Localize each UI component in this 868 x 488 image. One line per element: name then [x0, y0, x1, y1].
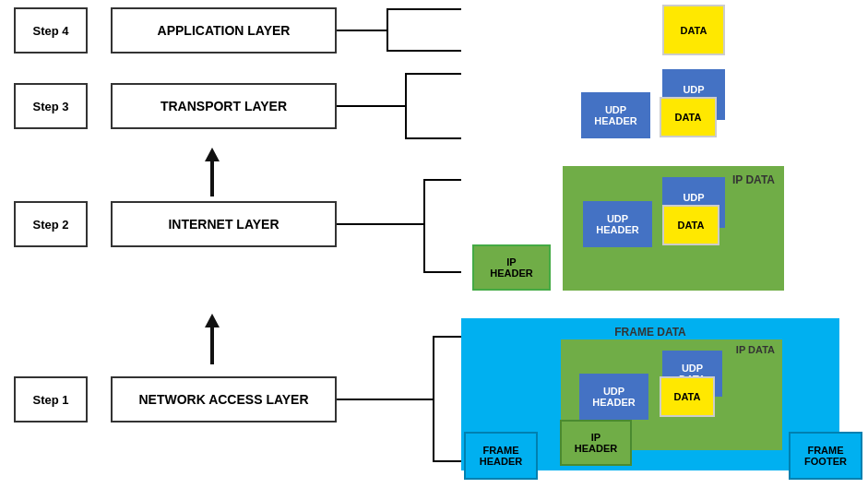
frame-ip-data-label: IP DATA [736, 344, 775, 355]
frame-footer-block: FRAMEFOOTER [789, 432, 862, 480]
internet-data-label: DATA [678, 220, 705, 231]
step3-label: Step 3 [32, 100, 68, 113]
app-layer-label: APPLICATION LAYER [158, 23, 291, 38]
frame-udp-header-block: UDPHEADER [579, 374, 648, 420]
transport-layer-label: TRANSPORT LAYER [161, 99, 287, 113]
internet-udp-header-label: UDPHEADER [596, 213, 638, 235]
frame-data-yellow-label: DATA [674, 391, 701, 402]
frame-ip-header-block: IPHEADER [560, 420, 632, 466]
transport-layer-box: TRANSPORT LAYER [111, 83, 337, 129]
frame-footer-label: FRAMEFOOTER [804, 445, 847, 467]
svg-marker-4 [205, 148, 220, 161]
step1-box: Step 1 [14, 376, 88, 423]
frame-header-block: FRAMEHEADER [464, 432, 538, 480]
internet-layer-box: INTERNET LAYER [111, 201, 337, 247]
step3-box: Step 3 [14, 83, 88, 129]
internet-udp-header-block: UDPHEADER [583, 201, 652, 247]
frame-header-label: FRAMEHEADER [480, 445, 522, 467]
internet-data-block: DATA [662, 205, 719, 245]
internet-layer-label: INTERNET LAYER [168, 217, 279, 232]
frame-data-label: FRAME DATA [614, 326, 686, 339]
app-data-label: DATA [681, 25, 707, 36]
svg-rect-5 [210, 161, 214, 196]
frame-data-yellow-block: DATA [660, 376, 715, 417]
svg-rect-7 [210, 327, 214, 364]
transport-udp-header-block: UDPHEADER [581, 92, 650, 138]
frame-udp-header-label: UDPHEADER [592, 386, 635, 408]
step4-box: Step 4 [14, 7, 88, 54]
app-layer-box: APPLICATION LAYER [111, 7, 337, 54]
app-data-block: DATA [662, 5, 725, 55]
step2-box: Step 2 [14, 201, 88, 247]
transport-data-block: DATA [660, 97, 717, 137]
frame-ip-header-label: IPHEADER [575, 432, 617, 454]
network-layer-box: NETWORK ACCESS LAYER [111, 376, 337, 423]
network-layer-label: NETWORK ACCESS LAYER [138, 392, 308, 407]
step2-label: Step 2 [32, 218, 68, 232]
transport-udp-header-label: UDPHEADER [594, 104, 636, 126]
step1-label: Step 1 [32, 393, 68, 407]
ip-data-label: IP DATA [732, 173, 775, 186]
ip-header-block: IPHEADER [472, 244, 551, 291]
ip-header-label: IPHEADER [490, 256, 532, 279]
step4-label: Step 4 [32, 24, 68, 38]
svg-marker-6 [205, 314, 220, 327]
transport-data-label: DATA [675, 112, 702, 123]
diagram: Step 4 APPLICATION LAYER Step 3 TRANSPOR… [0, 0, 868, 488]
